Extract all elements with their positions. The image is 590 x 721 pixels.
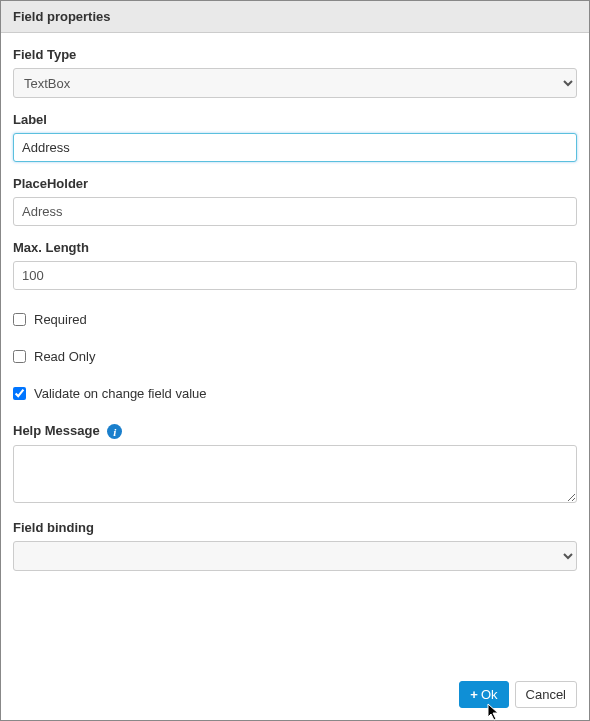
modal-header: Field properties <box>1 1 589 33</box>
modal-title: Field properties <box>13 9 111 24</box>
maxlength-group: Max. Length <box>13 240 577 290</box>
field-type-select[interactable]: TextBox <box>13 68 577 98</box>
label-label: Label <box>13 112 577 127</box>
modal-footer: + Ok Cancel <box>1 671 589 720</box>
readonly-group: Read Only <box>13 349 577 364</box>
field-properties-modal: Field properties Field Type TextBox Labe… <box>0 0 590 721</box>
validate-checkbox[interactable] <box>13 387 26 400</box>
modal-body: Field Type TextBox Label PlaceHolder Max… <box>1 33 589 671</box>
ok-button-label: Ok <box>481 687 498 702</box>
field-type-group: Field Type TextBox <box>13 47 577 98</box>
readonly-checkbox[interactable] <box>13 350 26 363</box>
ok-button[interactable]: + Ok <box>459 681 508 708</box>
maxlength-label: Max. Length <box>13 240 577 255</box>
required-group: Required <box>13 312 577 327</box>
placeholder-group: PlaceHolder <box>13 176 577 226</box>
placeholder-input[interactable] <box>13 197 577 226</box>
helpmessage-label: Help Message i <box>13 423 577 439</box>
cancel-button[interactable]: Cancel <box>515 681 577 708</box>
placeholder-label: PlaceHolder <box>13 176 577 191</box>
validate-label: Validate on change field value <box>34 386 207 401</box>
info-icon[interactable]: i <box>107 424 122 439</box>
fieldbinding-label: Field binding <box>13 520 577 535</box>
cancel-button-label: Cancel <box>526 687 566 702</box>
label-input[interactable] <box>13 133 577 162</box>
maxlength-input[interactable] <box>13 261 577 290</box>
fieldbinding-select[interactable] <box>13 541 577 571</box>
fieldbinding-group: Field binding <box>13 520 577 571</box>
plus-icon: + <box>470 688 478 701</box>
readonly-label: Read Only <box>34 349 95 364</box>
helpmessage-textarea[interactable] <box>13 445 577 503</box>
required-checkbox[interactable] <box>13 313 26 326</box>
required-label: Required <box>34 312 87 327</box>
field-type-label: Field Type <box>13 47 577 62</box>
validate-group: Validate on change field value <box>13 386 577 401</box>
label-group: Label <box>13 112 577 162</box>
helpmessage-group: Help Message i <box>13 423 577 506</box>
